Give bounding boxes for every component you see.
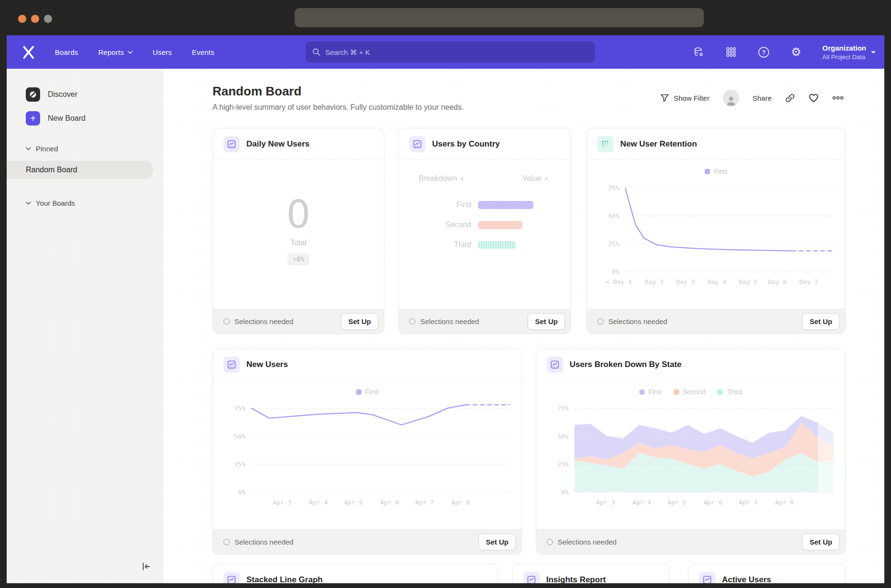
- bar[interactable]: [478, 241, 516, 249]
- legend-swatch: [639, 389, 645, 395]
- legend-swatch: [705, 169, 710, 174]
- help-icon[interactable]: ?: [757, 46, 770, 58]
- set-up-button[interactable]: Set Up: [802, 313, 839, 330]
- traffic-lights[interactable]: [18, 15, 52, 23]
- card-users-by-state: Users Broken Down By State FirstSecondTh…: [536, 348, 846, 555]
- status-circle-icon: [597, 318, 604, 325]
- minimize-window-button[interactable]: [31, 15, 39, 23]
- x-axis-tick-label: Apr 8: [451, 499, 470, 506]
- set-up-button[interactable]: Set Up: [528, 313, 565, 330]
- status-circle-icon: [547, 539, 553, 545]
- card-new-users: New Users First 75%50%25%0% Apr 3Apr 4Ap…: [212, 348, 522, 555]
- legend-item[interactable]: First: [356, 388, 378, 396]
- gridline: [574, 408, 834, 409]
- sidebar-collapse-icon[interactable]: [141, 561, 151, 572]
- card-new-user-retention: New User Retention First 75%50%25%0% < D…: [586, 128, 846, 334]
- data-management-icon[interactable]: [692, 46, 705, 58]
- country-row: Third: [399, 235, 571, 255]
- chevron-down-icon: [26, 201, 31, 205]
- x-axis-tick-label: < Day 1: [605, 278, 632, 285]
- legend-item[interactable]: Second: [674, 388, 705, 396]
- org-switcher[interactable]: Organization All Project Data: [822, 44, 876, 61]
- copy-link-icon[interactable]: [785, 93, 795, 103]
- x-axis-tick-label: Day 5: [739, 278, 757, 285]
- status-text: Selections needed: [223, 538, 293, 546]
- page-title: Random Board: [212, 84, 301, 99]
- card-daily-new-users: Daily New Users 0 Total ↑0% Selections n…: [212, 128, 384, 334]
- value-dropdown[interactable]: Value▾: [522, 174, 548, 183]
- browser-address-bar[interactable]: [295, 8, 704, 27]
- card-title: Users by Country: [432, 139, 500, 149]
- chevron-down-icon: [26, 147, 31, 150]
- card-title: Stacked Line Graph: [246, 575, 323, 584]
- legend-swatch: [356, 389, 361, 395]
- y-axis-tick-label: 25%: [608, 240, 619, 247]
- sidebar-item-discover[interactable]: Discover: [7, 86, 77, 103]
- nav-item-events[interactable]: Events: [192, 48, 214, 56]
- sidebar-item-new-board[interactable]: + New Board: [7, 110, 85, 127]
- x-axis-tick-label: Day 4: [708, 278, 726, 285]
- bar[interactable]: [478, 201, 533, 209]
- card-users-by-country: Users by Country Breakdown▾ Value▾ First…: [398, 128, 571, 334]
- status-circle-icon: [409, 318, 415, 325]
- gridline: [251, 492, 510, 493]
- section-label: Pinned: [36, 145, 58, 153]
- sidebar-section-pinned[interactable]: Pinned: [7, 141, 58, 156]
- person-icon: [725, 95, 737, 106]
- x-axis-tick-label: Day 3: [676, 278, 695, 285]
- close-window-button[interactable]: [18, 15, 26, 23]
- nav-item-boards[interactable]: Boards: [55, 48, 78, 56]
- set-up-button[interactable]: Set Up: [802, 534, 839, 550]
- set-up-button[interactable]: Set Up: [341, 313, 378, 330]
- card-title: Active Users: [722, 575, 771, 584]
- status-text: Selections needed: [223, 317, 293, 326]
- y-axis-tick-label: 0%: [612, 268, 619, 275]
- apps-grid-icon[interactable]: [725, 46, 737, 58]
- y-axis-tick-label: 75%: [234, 405, 245, 412]
- gridline: [625, 272, 834, 272]
- status-text: Selections needed: [597, 317, 667, 326]
- line-chart-icon: [223, 572, 240, 584]
- maximize-window-button[interactable]: [44, 15, 52, 23]
- y-axis-tick-label: 75%: [558, 405, 569, 412]
- legend-item[interactable]: First: [705, 168, 727, 175]
- legend-item[interactable]: First: [639, 388, 661, 396]
- breakdown-dropdown[interactable]: Breakdown▾: [419, 174, 464, 183]
- status-text: Selections needed: [409, 317, 479, 326]
- line-chart-icon: [699, 572, 715, 584]
- show-filter-button[interactable]: Show Filter: [660, 94, 710, 102]
- x-axis-tick-label: Day 6: [768, 278, 786, 285]
- x-axis-tick-label: Apr 7: [415, 499, 434, 506]
- share-button[interactable]: Share: [753, 94, 772, 102]
- search-input[interactable]: [325, 48, 588, 56]
- more-options-icon[interactable]: [832, 96, 844, 100]
- favorite-heart-icon[interactable]: [808, 93, 819, 103]
- card-insights-report: Insights Report: [512, 564, 669, 583]
- search-icon: [312, 48, 320, 56]
- nav-item-reports[interactable]: Reports: [98, 48, 133, 56]
- y-axis-tick-label: 25%: [558, 461, 569, 468]
- legend-item[interactable]: Third: [718, 388, 742, 396]
- mixpanel-logo-icon[interactable]: [22, 46, 35, 59]
- x-axis-tick-label: Apr 6: [380, 499, 399, 506]
- avatar[interactable]: [723, 90, 739, 106]
- sidebar-section-your-boards[interactable]: Your Boards: [7, 196, 75, 210]
- caret-down-icon: ▾: [545, 176, 548, 182]
- card-title: New Users: [246, 360, 288, 369]
- x-axis-tick-label: Apr 8: [775, 499, 794, 506]
- settings-gear-icon[interactable]: ⚙: [790, 46, 802, 58]
- retention-chart: First 75%50%25%0% < Day 1Day 2Day 3Day 4…: [587, 160, 845, 309]
- country-row: First: [399, 195, 571, 215]
- main-content: Random Board A high-level summary of use…: [164, 69, 884, 583]
- org-project: All Project Data: [822, 53, 866, 61]
- bar[interactable]: [478, 221, 522, 229]
- nav-item-users[interactable]: Users: [153, 48, 172, 56]
- line-chart-icon: [223, 136, 240, 152]
- legend-swatch: [718, 389, 723, 395]
- metric-value: 0: [286, 196, 311, 234]
- global-search[interactable]: [306, 42, 595, 63]
- sidebar-item-random-board[interactable]: Random Board: [7, 161, 153, 179]
- window-titlebar: [0, 0, 891, 35]
- set-up-button[interactable]: Set Up: [478, 534, 516, 550]
- card-title: Daily New Users: [246, 139, 309, 149]
